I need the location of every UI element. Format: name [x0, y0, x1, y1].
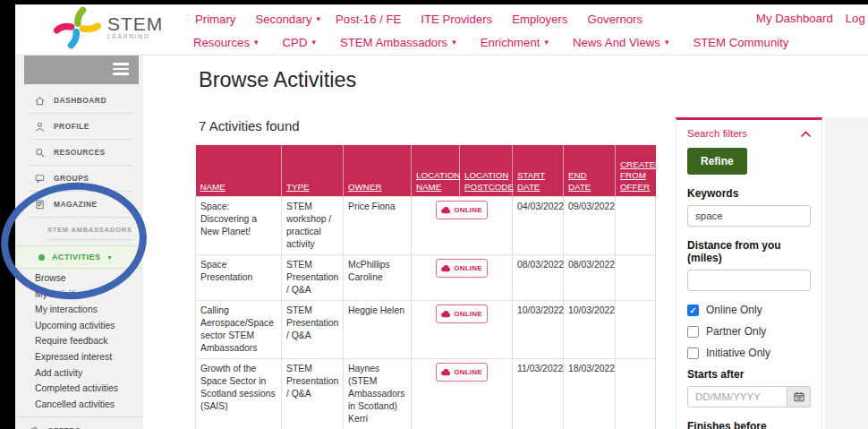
cell-location: ONLINE: [412, 255, 513, 301]
distance-input[interactable]: [687, 270, 811, 291]
cell-location: ONLINE: [412, 301, 513, 359]
nav-post16-fe[interactable]: Post-16 / FE: [336, 13, 405, 26]
column-header-owner[interactable]: OWNER: [344, 145, 412, 197]
chevron-down-icon: ▾: [108, 253, 112, 262]
online-badge: ONLINE: [436, 305, 487, 323]
nav-resources[interactable]: Resources▾: [193, 36, 259, 49]
keywords-label: Keywords: [687, 187, 811, 200]
cell-created-from-offer: [616, 197, 656, 255]
nav-stem-ambassadors[interactable]: STEM Ambassadors▾: [340, 36, 456, 49]
sidebar-item-completed-activities[interactable]: Completed activities: [15, 381, 143, 397]
nav-stem-community[interactable]: STEM Community: [693, 36, 793, 49]
nav-primary[interactable]: Primary: [195, 13, 240, 26]
section-label-stem-ambassadors: STEM AMBASSADORS: [47, 226, 132, 240]
logout-link[interactable]: Log: [846, 12, 865, 25]
stem-logo-icon: [54, 6, 102, 49]
home-icon: [35, 96, 45, 106]
cell-name: Growth of the Space Sector in Scotland s…: [196, 359, 282, 429]
calendar-icon: [794, 391, 804, 402]
sidebar-item-require-feedback[interactable]: Require feedback: [15, 333, 143, 349]
chevron-down-icon: ▾: [544, 39, 549, 47]
column-header-location-name[interactable]: LOCATION NAME: [412, 145, 460, 197]
sidebar-item-offers[interactable]: OFFERS ▾: [15, 416, 143, 429]
cell-type: STEM Presentation / Q&A: [282, 301, 344, 359]
filter-checkboxes: Online Only Partner Only Initiative Only: [687, 304, 811, 359]
column-header-start-date[interactable]: START DATE: [513, 145, 564, 197]
column-header-type[interactable]: TYPE: [282, 145, 344, 197]
table-row: Space Presentation STEM Presentation / Q…: [196, 255, 656, 301]
column-header-name[interactable]: NAME: [196, 145, 282, 197]
nav-cpd[interactable]: CPD▾: [283, 36, 316, 49]
checkbox-icon[interactable]: [687, 347, 699, 359]
cloud-icon: [441, 265, 451, 272]
cell-start-date: 11/03/2022: [513, 359, 564, 429]
starts-after-label: Starts after: [687, 368, 811, 381]
calendar-button[interactable]: [787, 386, 811, 408]
online-badge: ONLINE: [436, 259, 487, 278]
table-row: Space: Discovering a New Planet! STEM wo…: [196, 197, 656, 255]
chevron-down-icon: ▾: [311, 39, 316, 47]
megaphone-icon: [30, 425, 39, 429]
starts-after-input[interactable]: [687, 386, 787, 408]
checkbox-icon[interactable]: [687, 305, 699, 316]
stem-learning-logo[interactable]: STEM LEARNING: [54, 6, 163, 49]
cell-type: STEM Presentation / Q&A: [282, 359, 344, 429]
sidebar-item-add-activity[interactable]: Add activity: [15, 365, 143, 382]
cloud-icon: [441, 207, 451, 214]
sidebar-item-my-interactions[interactable]: My interactions: [15, 302, 143, 318]
results-count: 7 Activities found: [199, 118, 300, 133]
search-filters-header[interactable]: Search filters: [687, 128, 811, 139]
sidebar-item-cancelled-activities[interactable]: Cancelled activities: [15, 397, 143, 413]
search-filters-panel: Search filters Refine Keywords Distance …: [676, 117, 822, 429]
sidebar-item-expressed-interest[interactable]: Expressed interest: [15, 349, 143, 365]
cell-created-from-offer: [616, 255, 656, 301]
sidebar-item-magazine[interactable]: MAGAZINE: [30, 192, 132, 218]
cell-name: Space Presentation: [196, 255, 282, 301]
cell-start-date: 04/03/2022: [513, 197, 564, 255]
sidebar-item-activities[interactable]: ACTIVITIES ▾: [15, 245, 143, 269]
partner-only-checkbox[interactable]: Partner Only: [687, 325, 811, 338]
top-nav-row-1: Primary Secondary▾ Post-16 / FE ITE Prov…: [195, 13, 647, 26]
table-row: Growth of the Space Sector in Scotland s…: [196, 359, 656, 429]
sidebar-item-dashboard[interactable]: DASHBOARD: [30, 88, 132, 114]
chevron-down-icon: ▾: [665, 39, 669, 47]
hamburger-menu-icon[interactable]: [113, 63, 129, 78]
nav-ite-providers[interactable]: ITE Providers: [421, 13, 497, 26]
keywords-input[interactable]: [687, 205, 811, 227]
online-badge: ONLINE: [436, 201, 487, 219]
initiative-only-checkbox[interactable]: Initiative Only: [687, 347, 811, 359]
nav-enrichment[interactable]: Enrichment▾: [481, 36, 549, 49]
nav-news-and-views[interactable]: News And Views▾: [573, 36, 669, 49]
cell-owner: Haynes (STEM Ambassadors in Scotland) Ke…: [344, 359, 412, 429]
checkbox-icon[interactable]: [687, 326, 699, 338]
sidebar-item-profile[interactable]: PROFILE: [30, 114, 132, 140]
online-only-checkbox[interactable]: Online Only: [687, 304, 811, 316]
column-header-created-from-offer[interactable]: CREATED FROM OFFER: [616, 145, 656, 197]
my-dashboard-link[interactable]: My Dashboard: [756, 12, 833, 25]
sidebar-item-resources[interactable]: RESOURCES: [30, 140, 132, 166]
cloud-icon: [441, 369, 451, 376]
nav-secondary[interactable]: Secondary▾: [255, 13, 320, 26]
cloud-icon: [441, 311, 451, 318]
starts-after-date-group: [687, 386, 811, 408]
sidebar-item-upcoming-activities[interactable]: Upcoming activities: [15, 318, 143, 334]
cell-created-from-offer: [616, 301, 656, 359]
nav-governors[interactable]: Governors: [588, 13, 648, 26]
page-title: Browse Activities: [199, 68, 356, 92]
sidebar-item-browse[interactable]: Browse: [15, 270, 143, 287]
logo-tagline: LEARNING: [107, 33, 163, 40]
cell-owner: McPhillips Caroline: [344, 255, 412, 301]
nav-employers[interactable]: Employers: [512, 13, 572, 26]
chevron-up-icon[interactable]: [801, 131, 811, 137]
sidebar-item-my-activities[interactable]: My activities: [15, 287, 143, 303]
table-header-row: NAME TYPE OWNER LOCATION NAME LOCATION P…: [196, 145, 656, 197]
refine-button[interactable]: Refine: [687, 148, 747, 175]
sidebar-item-groups[interactable]: GROUPS: [30, 166, 132, 192]
table-row: Calling Aerospace/Space sector STEM Amba…: [196, 301, 656, 359]
cell-end-date: 18/03/2022: [564, 359, 616, 429]
column-header-location-postcode[interactable]: LOCATION POSTCODE: [460, 145, 513, 197]
account-links: My Dashboard Log: [756, 12, 865, 25]
logo-name: STEM: [107, 15, 163, 33]
column-header-end-date[interactable]: END DATE: [564, 145, 616, 197]
cell-type: STEM workshop / practical activity: [282, 197, 344, 255]
